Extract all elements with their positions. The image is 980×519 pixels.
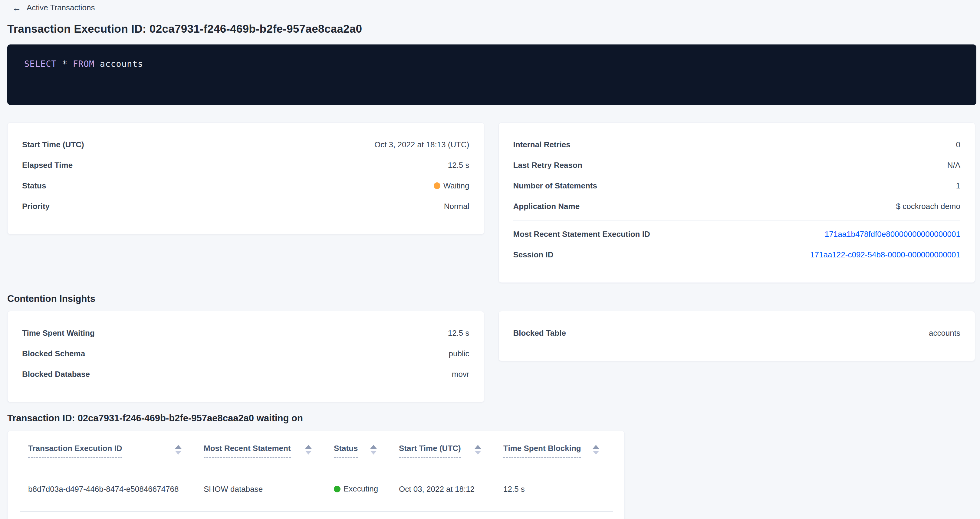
card-divider	[513, 220, 961, 221]
sql-keyword: FROM	[73, 59, 94, 69]
start-time-value: Oct 3, 2022 at 18:13 (UTC)	[374, 140, 469, 149]
column-header-most-recent-statement[interactable]: Most Recent Statement	[195, 431, 325, 467]
session-id-link[interactable]: 171aa122-c092-54b8-0000-000000000001	[810, 250, 960, 259]
sort-icon[interactable]	[474, 445, 481, 455]
summary-row: Internal Retries 0	[513, 134, 961, 155]
session-id-label: Session ID	[513, 250, 554, 259]
summary-row: Application Name $ cockroach demo	[513, 196, 961, 217]
elapsed-time-value: 12.5 s	[448, 160, 469, 170]
start-time-label: Start Time (UTC)	[22, 140, 84, 149]
transaction-details-page: ← Active Transactions Transaction Execut…	[0, 0, 980, 519]
waiting-on-heading: Transaction ID: 02ca7931-f246-469b-b2fe-…	[7, 413, 975, 424]
status-badge: Waiting	[434, 181, 469, 190]
status-executing-dot-icon	[334, 486, 340, 492]
summary-row: Start Time (UTC) Oct 3, 2022 at 18:13 (U…	[22, 134, 469, 155]
sort-icon[interactable]	[370, 445, 377, 455]
internal-retries-value: 0	[956, 140, 960, 149]
status-value: Waiting	[443, 181, 469, 190]
column-header-status[interactable]: Status	[325, 431, 390, 467]
summary-row: Status Waiting	[22, 175, 469, 196]
table-row: b8d7d03a-d497-446b-8474-e50846674768 SHO…	[20, 467, 613, 512]
summary-row: Elapsed Time 12.5 s	[22, 155, 469, 175]
blocked-table-value: accounts	[929, 329, 960, 338]
waiting-on-table: Transaction Execution ID Most Recent Sta…	[20, 431, 613, 512]
cell-time-spent-blocking: 12.5 s	[495, 467, 613, 512]
column-header-start-time[interactable]: Start Time (UTC)	[390, 431, 495, 467]
cell-start-time: Oct 03, 2022 at 18:12	[390, 467, 495, 512]
last-retry-reason-value: N/A	[947, 160, 960, 170]
contention-row: Blocked Table accounts	[513, 323, 961, 343]
table-header-row: Transaction Execution ID Most Recent Sta…	[20, 431, 613, 467]
number-of-statements-label: Number of Statements	[513, 181, 597, 190]
blocked-database-label: Blocked Database	[22, 370, 90, 379]
summary-row: Last Retry Reason N/A	[513, 155, 961, 175]
sort-icon[interactable]	[305, 445, 312, 455]
statement-execution-id-label: Most Recent Statement Execution ID	[513, 230, 650, 239]
blocked-schema-value: public	[449, 349, 469, 359]
page-title: Transaction Execution ID: 02ca7931-f246-…	[7, 23, 975, 35]
status-waiting-dot-icon	[434, 183, 441, 189]
column-header-time-spent-blocking[interactable]: Time Spent Blocking	[495, 431, 613, 467]
back-link[interactable]: ← Active Transactions	[12, 3, 95, 13]
summary-card-left: Start Time (UTC) Oct 3, 2022 at 18:13 (U…	[7, 122, 484, 234]
waiting-on-table-card: Transaction Execution ID Most Recent Sta…	[7, 431, 625, 519]
last-retry-reason-label: Last Retry Reason	[513, 160, 582, 170]
contention-row: Blocked Database movr	[22, 364, 469, 384]
summary-card-right: Internal Retries 0 Last Retry Reason N/A…	[498, 122, 975, 283]
contention-row: Blocked Schema public	[22, 343, 469, 364]
summary-row: Most Recent Statement Execution ID 171aa…	[513, 224, 961, 244]
contention-card-left: Time Spent Waiting 12.5 s Blocked Schema…	[7, 311, 484, 402]
blocked-schema-label: Blocked Schema	[22, 349, 85, 359]
status-badge: Executing	[334, 484, 378, 494]
cell-transaction-execution-id: b8d7d03a-d497-446b-8474-e50846674768	[20, 467, 195, 512]
back-arrow-icon: ←	[12, 3, 21, 13]
blocked-table-label: Blocked Table	[513, 329, 566, 338]
contention-card-right: Blocked Table accounts	[498, 311, 975, 361]
sql-star: *	[62, 59, 67, 69]
time-spent-waiting-label: Time Spent Waiting	[22, 329, 95, 338]
cell-most-recent-statement: SHOW database	[195, 467, 325, 512]
status-label: Status	[22, 181, 46, 190]
application-name-value: $ cockroach demo	[896, 202, 960, 211]
elapsed-time-label: Elapsed Time	[22, 160, 73, 170]
column-header-transaction-execution-id[interactable]: Transaction Execution ID	[20, 431, 195, 467]
summary-row: Session ID 171aa122-c092-54b8-0000-00000…	[513, 244, 961, 265]
sql-statement-box: SELECT * FROM accounts	[7, 44, 976, 105]
time-spent-waiting-value: 12.5 s	[448, 329, 469, 338]
priority-label: Priority	[22, 202, 49, 211]
internal-retries-label: Internal Retries	[513, 140, 571, 149]
sql-table-name: accounts	[100, 59, 143, 69]
summary-row: Priority Normal	[22, 196, 469, 217]
priority-value: Normal	[444, 202, 469, 211]
summary-row: Number of Statements 1	[513, 175, 961, 196]
sort-icon[interactable]	[175, 445, 181, 455]
blocked-database-value: movr	[452, 370, 469, 379]
statement-execution-id-link[interactable]: 171aa1b478fdf0e80000000000000001	[825, 230, 960, 239]
sort-icon[interactable]	[593, 445, 599, 455]
number-of-statements-value: 1	[956, 181, 960, 190]
back-link-label: Active Transactions	[27, 3, 95, 13]
contention-row: Time Spent Waiting 12.5 s	[22, 323, 469, 343]
application-name-label: Application Name	[513, 202, 580, 211]
contention-insights-heading: Contention Insights	[7, 294, 975, 304]
cell-status: Executing	[325, 467, 390, 512]
sql-keyword: SELECT	[24, 59, 57, 69]
